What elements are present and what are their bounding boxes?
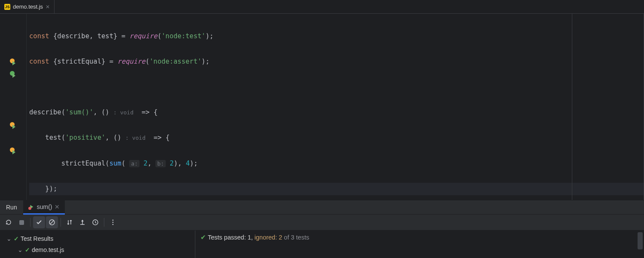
editor-tab-bar: JS demo.test.js ✕ [0, 0, 644, 14]
stop-icon[interactable] [15, 216, 27, 228]
show-passed-icon[interactable] [33, 216, 45, 228]
run-test-gutter-icon[interactable] [10, 147, 17, 154]
editor-gutter [0, 14, 27, 200]
tree-root-row[interactable]: ⌄ ✓ Test Results [0, 233, 195, 244]
svg-point-5 [112, 220, 114, 221]
total-text: of 3 tests [282, 234, 309, 241]
close-icon[interactable]: ✕ [55, 203, 60, 210]
chevron-down-icon[interactable]: ⌄ [6, 235, 12, 242]
tree-file-label: demo.test.js [32, 246, 64, 253]
code-area[interactable]: const {describe, test} = require('node:t… [27, 14, 644, 200]
tree-file-row[interactable]: ⌄ ✓ demo.test.js [0, 244, 195, 255]
run-test-gutter-icon[interactable] [10, 122, 17, 129]
test-toolbar [0, 215, 644, 230]
sort-icon[interactable] [64, 216, 76, 228]
check-icon: ✓ [14, 235, 19, 242]
chevron-down-icon[interactable]: ⌄ [17, 246, 23, 253]
tree-root-label: Test Results [21, 235, 53, 242]
test-tab-icon [28, 204, 34, 210]
show-ignored-icon[interactable] [46, 216, 58, 228]
passed-text: Tests passed: 1, [208, 234, 253, 241]
rerun-icon[interactable] [3, 216, 15, 228]
check-icon: ✓ [25, 246, 30, 253]
run-test-gutter-icon[interactable] [10, 71, 17, 78]
test-results-tree[interactable]: ⌄ ✓ Test Results ⌄ ✓ demo.test.js [0, 230, 195, 258]
run-panel-header: Run sum() ✕ [0, 200, 644, 215]
js-file-icon: JS [4, 4, 10, 10]
run-test-gutter-icon[interactable] [10, 58, 17, 65]
history-icon[interactable] [89, 216, 101, 228]
more-icon[interactable] [107, 216, 119, 228]
svg-point-1 [28, 207, 31, 210]
close-icon[interactable]: ✕ [46, 4, 50, 10]
svg-point-7 [112, 224, 114, 225]
svg-line-3 [50, 221, 54, 224]
run-tab-label: sum() [37, 203, 52, 210]
run-panel-title[interactable]: Run [0, 200, 23, 214]
svg-point-6 [112, 222, 114, 223]
file-tab[interactable]: JS demo.test.js ✕ [0, 0, 55, 13]
code-editor[interactable]: const {describe, test} = require('node:t… [0, 14, 644, 200]
test-output[interactable]: ✔Tests passed: 1, ignored: 2 of 3 tests [195, 230, 644, 258]
test-results-panel: ⌄ ✓ Test Results ⌄ ✓ demo.test.js ✔Tests… [0, 230, 644, 258]
tab-filename: demo.test.js [13, 3, 43, 10]
run-panel-tab[interactable]: sum() ✕ [23, 200, 65, 215]
check-icon: ✔ [200, 234, 206, 241]
ignored-text: ignored: 2 [253, 234, 283, 241]
scrollbar-thumb[interactable] [638, 232, 643, 249]
expand-icon[interactable] [76, 216, 88, 228]
